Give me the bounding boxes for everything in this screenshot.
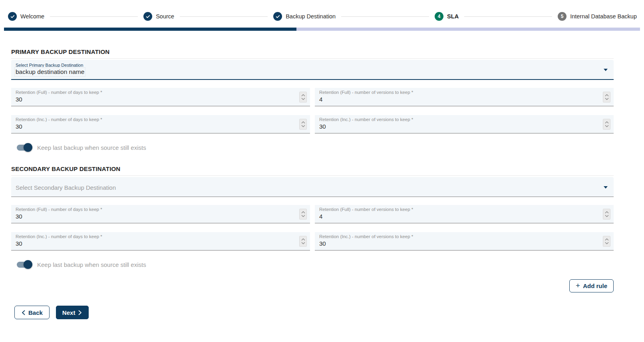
primary-section-title: PRIMARY BACKUP DESTINATION	[11, 48, 614, 55]
field-label: Retention (Full) - number of versions to…	[319, 207, 598, 212]
primary-retention-full-days-field[interactable]: Retention (Full) - number of days to kee…	[11, 88, 310, 106]
secondary-retention-full-days-field[interactable]: Retention (Full) - number of days to kee…	[11, 205, 310, 223]
step-welcome[interactable]: Welcome	[8, 12, 44, 21]
number-stepper[interactable]	[299, 91, 307, 102]
step-label: Backup Destination	[286, 13, 336, 20]
add-rule-button[interactable]: + Add rule	[569, 279, 614, 292]
step-label: Internal Database Backup	[570, 13, 637, 20]
next-button[interactable]: Next	[56, 306, 89, 319]
primary-retention-full-versions-field[interactable]: Retention (Full) - number of versions to…	[315, 88, 614, 106]
field-value: 4	[319, 213, 598, 220]
step-number: 4	[438, 14, 441, 19]
step-label: Welcome	[20, 13, 44, 20]
field-label: Retention (Full) - number of days to kee…	[16, 90, 294, 95]
primary-keep-last-backup-row: Keep last backup when source still exist…	[17, 143, 614, 152]
field-label: Retention (Inc.) - number of days to kee…	[16, 234, 294, 239]
wizard-stepper: Welcome Source Backup Destination 4 SLA …	[0, 0, 644, 21]
toggle-thumb	[24, 143, 32, 152]
field-label: Retention (Inc.) - number of versions to…	[319, 117, 598, 122]
field-label: Retention (Full) - number of versions to…	[319, 90, 598, 95]
primary-destination-select[interactable]: Select Primary Backup Destination backup…	[11, 60, 614, 80]
field-value: 4	[319, 96, 598, 103]
step-sla-active[interactable]: 4 SLA	[435, 12, 459, 21]
dropdown-arrow-icon	[604, 186, 608, 189]
wizard-progress-fill	[4, 28, 296, 31]
wizard-progress-bar	[4, 28, 640, 31]
number-stepper[interactable]	[603, 119, 610, 129]
toggle-thumb	[24, 260, 32, 269]
check-icon	[8, 12, 17, 21]
primary-retention-grid: Retention (Full) - number of days to kee…	[11, 88, 614, 133]
back-label: Back	[28, 309, 43, 316]
secondary-retention-inc-days-field[interactable]: Retention (Inc.) - number of days to kee…	[11, 232, 310, 251]
number-stepper[interactable]	[299, 209, 307, 219]
toggle-label: Keep last backup when source still exist…	[37, 144, 146, 151]
field-value: 30	[319, 123, 598, 130]
secondary-destination-select-placeholder: Select Secondary Backup Destination	[16, 184, 596, 191]
field-value: 30	[319, 240, 598, 247]
step-internal-database-backup[interactable]: 5 Internal Database Backup	[558, 12, 637, 21]
step-number-badge: 5	[558, 12, 566, 21]
field-value: 30	[16, 240, 294, 247]
secondary-retention-inc-versions-field[interactable]: Retention (Inc.) - number of versions to…	[315, 232, 614, 251]
number-stepper[interactable]	[603, 91, 610, 102]
primary-destination-select-value: backup destination name	[16, 68, 84, 76]
step-label: Source	[156, 13, 174, 20]
keep-last-backup-toggle[interactable]	[17, 262, 31, 268]
step-number-badge: 4	[435, 12, 443, 21]
sla-step-content: PRIMARY BACKUP DESTINATION Select Primar…	[11, 48, 614, 319]
step-backup-destination[interactable]: Backup Destination	[273, 12, 336, 21]
number-stepper[interactable]	[603, 236, 610, 247]
secondary-keep-last-backup-row: Keep last backup when source still exist…	[17, 260, 614, 269]
field-value: 30	[16, 213, 294, 220]
chevron-right-icon	[78, 310, 82, 315]
keep-last-backup-toggle[interactable]	[17, 145, 31, 151]
field-value: 30	[16, 96, 294, 103]
secondary-backup-destination-section: SECONDARY BACKUP DESTINATION Select Seco…	[11, 165, 614, 269]
check-icon	[273, 12, 282, 21]
step-label: SLA	[447, 13, 459, 20]
primary-backup-destination-section: PRIMARY BACKUP DESTINATION Select Primar…	[11, 48, 614, 152]
field-label: Retention (Full) - number of days to kee…	[16, 207, 294, 212]
step-connector	[341, 16, 429, 17]
step-number: 5	[561, 14, 564, 19]
chevron-left-icon	[21, 310, 26, 315]
step-connector	[50, 16, 138, 17]
next-label: Next	[62, 309, 76, 316]
secondary-retention-grid: Retention (Full) - number of days to kee…	[11, 205, 614, 251]
field-label: Retention (Inc.) - number of versions to…	[319, 234, 598, 239]
section-divider	[11, 58, 614, 59]
toggle-label: Keep last backup when source still exist…	[37, 261, 146, 268]
check-icon	[143, 12, 152, 21]
number-stepper[interactable]	[299, 119, 307, 129]
number-stepper[interactable]	[299, 236, 307, 247]
secondary-section-title: SECONDARY BACKUP DESTINATION	[11, 165, 614, 172]
primary-retention-inc-versions-field[interactable]: Retention (Inc.) - number of versions to…	[315, 115, 614, 133]
field-value: 30	[16, 123, 294, 130]
dropdown-arrow-icon	[604, 69, 608, 71]
number-stepper[interactable]	[603, 209, 610, 219]
step-connector	[180, 16, 268, 17]
add-rule-label: Add rule	[583, 282, 607, 289]
back-button[interactable]: Back	[14, 306, 50, 319]
secondary-destination-select[interactable]: Select Secondary Backup Destination	[11, 177, 614, 197]
step-connector	[464, 16, 552, 17]
primary-retention-inc-days-field[interactable]: Retention (Inc.) - number of days to kee…	[11, 115, 310, 133]
plus-icon: +	[576, 282, 580, 289]
secondary-retention-full-versions-field[interactable]: Retention (Full) - number of versions to…	[315, 205, 614, 223]
step-source[interactable]: Source	[143, 12, 174, 21]
section-divider	[11, 175, 614, 176]
field-label: Retention (Inc.) - number of days to kee…	[16, 117, 294, 122]
primary-destination-select-label: Select Primary Backup Destination	[16, 63, 596, 68]
